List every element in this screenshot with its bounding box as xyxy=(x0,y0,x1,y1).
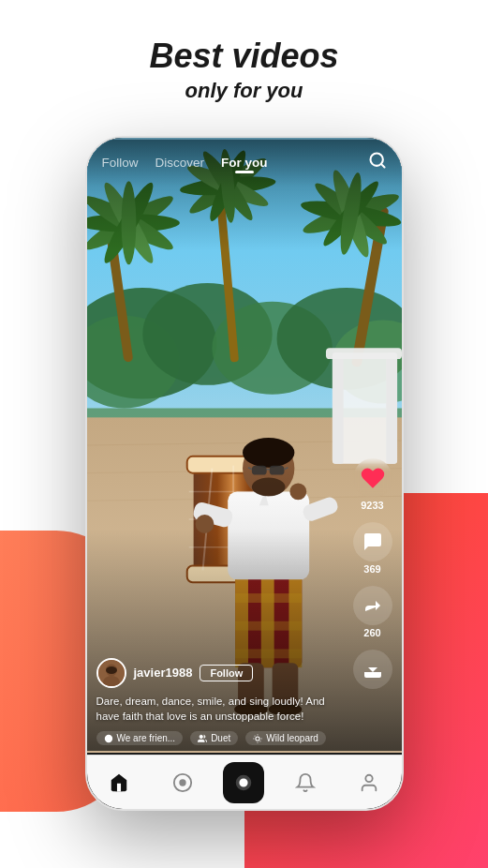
svg-point-68 xyxy=(289,484,306,501)
download-action[interactable] xyxy=(353,650,392,689)
action-panel: 9233 369 xyxy=(353,458,392,696)
svg-rect-34 xyxy=(332,352,343,464)
avatar xyxy=(96,658,126,688)
svg-line-88 xyxy=(255,735,256,736)
svg-rect-62 xyxy=(251,466,266,475)
svg-point-85 xyxy=(256,736,259,740)
tab-follow[interactable]: Follow xyxy=(102,156,139,170)
phone-screen: Follow Discover For you xyxy=(87,138,402,809)
sound-tag-2[interactable]: Duet xyxy=(190,731,238,745)
share-action[interactable]: 260 xyxy=(353,586,392,638)
svg-point-96 xyxy=(366,774,373,781)
header-section: Best videos only for you xyxy=(0,37,488,103)
sound-label-1: We are frien... xyxy=(117,733,176,743)
share-button[interactable] xyxy=(353,586,392,625)
svg-rect-35 xyxy=(386,352,397,464)
phone-mockup: Follow Discover For you xyxy=(85,136,404,811)
tab-for-you[interactable]: For you xyxy=(221,156,268,170)
sound-label-3: Wild leopard xyxy=(266,733,318,743)
comment-action[interactable]: 369 xyxy=(353,522,392,575)
svg-point-80 xyxy=(106,666,117,674)
nav-bar: Follow Discover For you xyxy=(87,138,402,187)
nav-tabs: Follow Discover For you xyxy=(102,156,268,170)
main-subtitle: only for you xyxy=(0,79,488,103)
comment-count: 369 xyxy=(363,563,380,575)
nav-home[interactable] xyxy=(96,759,142,806)
svg-point-61 xyxy=(251,478,285,497)
nav-camera[interactable] xyxy=(223,762,264,803)
user-row: javier1988 Follow xyxy=(96,658,346,688)
bottom-nav xyxy=(87,755,402,809)
svg-point-60 xyxy=(243,438,294,468)
svg-line-76 xyxy=(380,163,384,167)
tab-discover[interactable]: Discover xyxy=(155,156,205,170)
share-count: 260 xyxy=(363,627,380,638)
svg-line-89 xyxy=(260,741,261,741)
comment-button[interactable] xyxy=(353,522,392,561)
svg-rect-63 xyxy=(269,466,284,475)
svg-point-93 xyxy=(180,780,185,786)
phone-frame: Follow Discover For you xyxy=(85,136,404,811)
search-button[interactable] xyxy=(368,151,387,174)
sound-label-2: Duet xyxy=(211,733,230,743)
post-info: javier1988 Follow Dare, dream, dance, sm… xyxy=(96,658,346,745)
like-action[interactable]: 9233 xyxy=(353,458,392,511)
main-title: Best videos xyxy=(0,37,488,75)
like-button[interactable] xyxy=(353,458,392,498)
post-caption: Dare, dream, dance, smile, and sing loud… xyxy=(96,694,346,724)
follow-button[interactable]: Follow xyxy=(200,665,253,681)
nav-explore[interactable] xyxy=(159,759,206,806)
nav-profile[interactable] xyxy=(346,759,392,806)
svg-rect-36 xyxy=(325,348,401,359)
nav-notifications[interactable] xyxy=(282,759,329,806)
download-button[interactable] xyxy=(353,650,392,689)
sound-tag-3[interactable]: Wild leopard xyxy=(245,731,326,745)
svg-point-95 xyxy=(241,779,247,786)
sound-row: We are frien... Duet Wild leopard xyxy=(96,731,346,745)
svg-point-84 xyxy=(200,735,202,738)
username: javier1988 xyxy=(134,666,193,680)
sound-tag-1[interactable]: We are frien... xyxy=(96,731,184,745)
like-count: 9233 xyxy=(361,500,383,511)
